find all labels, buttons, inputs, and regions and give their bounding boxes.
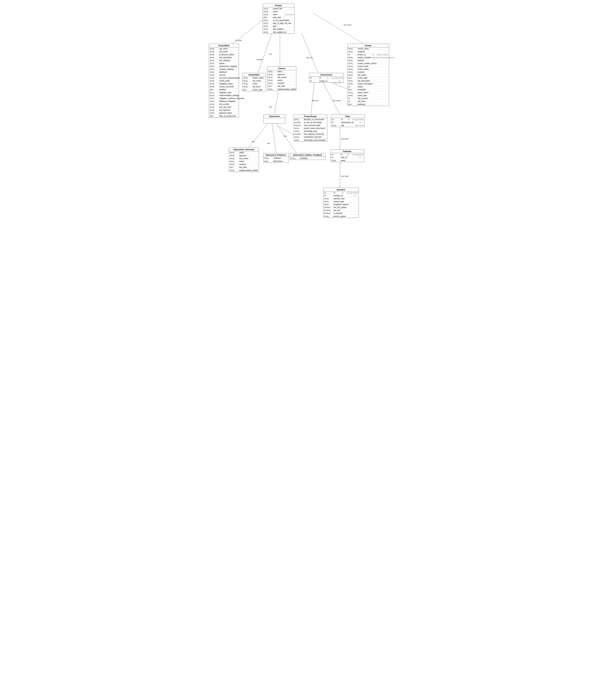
entity-topic: Topic intidPKAuto-generated intassessmen… xyxy=(331,115,364,127)
entity-subcontrol-evidence-title: Subcontrol_Evidence xyxy=(263,153,289,157)
svg-line-4 xyxy=(313,13,364,44)
entity-assessment: Assessment intidPKAuto-generated intproj… xyxy=(309,73,344,83)
entity-project-row-2: string users List of users xyxy=(263,13,294,16)
svg-line-18 xyxy=(249,122,269,148)
entity-vendor-title: Vendor xyxy=(348,44,389,47)
entity-subcontrol: Subcontrol xyxy=(264,115,286,124)
svg-line-14 xyxy=(274,92,278,115)
entity-project-row-6: string goal xyxy=(263,25,294,28)
entity-project-row-1: string owner xyxy=(263,10,294,13)
entity-subcontrol-overview: Subcontrol_Overview stringstatus stringa… xyxy=(229,148,259,172)
svg-text:has one: has one xyxy=(306,57,313,59)
entity-question: Question intidPKAuto-generated intsubtop… xyxy=(323,188,359,218)
svg-text:has one: has one xyxy=(312,100,318,102)
entity-projectscope-title: ProjectScope xyxy=(294,115,327,118)
entity-subcontrol-auditor-feedback: Subcontrol_Auditor_Feedback stringfeedba… xyxy=(290,153,326,160)
entity-assessment-title: Assessment xyxy=(309,73,343,77)
svg-text:has: has xyxy=(267,142,270,144)
svg-line-12 xyxy=(322,80,340,115)
svg-text:has many: has many xyxy=(341,138,349,140)
svg-text:has: has xyxy=(269,53,272,55)
svg-line-20 xyxy=(272,122,276,153)
entity-project-title: Project xyxy=(263,4,294,7)
entity-subcontrol-auditor-feedback-title: Subcontrol_Auditor_Feedback xyxy=(290,153,325,157)
entity-question-title: Question xyxy=(323,188,359,192)
svg-line-22 xyxy=(275,122,296,153)
entity-subtopic: Subtopic intidPKAuto-generated inttopic_… xyxy=(331,149,364,162)
svg-text:includes: includes xyxy=(235,39,242,41)
entity-subtopic-title: Subtopic xyxy=(331,150,364,153)
entity-control: Control stringstatus stringapprover stri… xyxy=(267,66,296,91)
entity-project-row-0: string project_title xyxy=(263,7,294,10)
entity-projectrisk-title: ProjectRisk xyxy=(209,44,239,47)
entity-project-row-8: string last_updated_by xyxy=(263,31,294,34)
entity-projectrisk: ProjectRisk stringrisk_name stringrisk_o… xyxy=(209,44,239,118)
svg-line-6 xyxy=(302,34,318,73)
svg-text:has many: has many xyxy=(333,100,340,102)
entity-project-row-7: string last_updated xyxy=(263,28,294,31)
entity-project: Project string project_title string owne… xyxy=(263,4,294,34)
svg-line-10 xyxy=(311,80,315,115)
svg-line-0 xyxy=(233,20,263,44)
svg-text:has: has xyxy=(284,135,287,137)
svg-text:has: has xyxy=(252,141,255,143)
entity-projectscope: ProjectScope stringdescribe_ai_environme… xyxy=(294,115,327,142)
diagram-container: includes includes has many has one has h… xyxy=(207,2,400,224)
entity-project-row-5: string type_of_high_risk_role xyxy=(263,22,294,25)
svg-text:has many: has many xyxy=(344,24,352,26)
entity-project-row-4: string ai_risk_classification xyxy=(263,19,294,22)
svg-text:has: has xyxy=(269,106,272,108)
entity-topic-title: Topic xyxy=(331,115,364,118)
svg-text:includes: includes xyxy=(256,59,263,61)
entity-subcontrol-overview-title: Subcontrol_Overview xyxy=(229,148,259,151)
entity-vendor: Vendor stringvendor_name stringassignee … xyxy=(347,44,389,106)
entity-subcontrol-title: Subcontrol xyxy=(264,115,285,118)
entity-project-row-3: date start_date xyxy=(263,16,294,19)
svg-text:has many: has many xyxy=(341,175,349,177)
entity-vendorrisk-title: VendorRisk xyxy=(243,73,266,77)
entity-subcontrol-evidence: Subcontrol_Evidence stringevidence strin… xyxy=(263,153,289,163)
entity-vendorrisk: VendorRisk stringvendor_name stringrisk_… xyxy=(242,73,266,91)
entity-control-title: Control xyxy=(267,67,296,70)
